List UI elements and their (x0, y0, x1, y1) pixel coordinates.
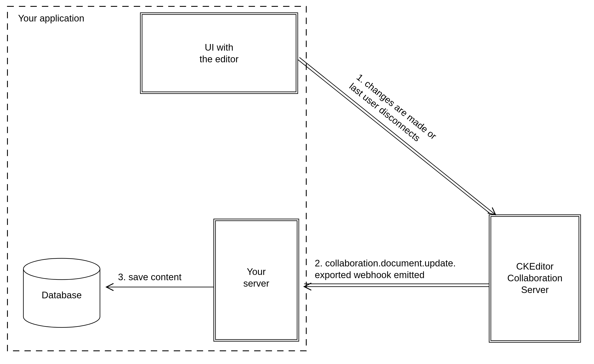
step2-label: 2. collaboration.document.update. export… (315, 257, 456, 281)
architecture-diagram: Your application UI with the editor Your… (0, 0, 594, 364)
your-server-label: Your server (214, 266, 299, 289)
database-label: Database (23, 289, 100, 301)
svg-point-6 (23, 258, 100, 280)
ui-editor-label: UI with the editor (140, 41, 298, 65)
ckeditor-server-label: CKEditor Collaboration Server (489, 260, 580, 296)
arrow-step2 (304, 284, 489, 287)
svg-line-8 (299, 57, 496, 215)
arrow-step1 (298, 57, 496, 215)
your-application-label: Your application (18, 12, 84, 24)
svg-line-7 (298, 60, 490, 214)
step3-label: 3. save content (118, 271, 182, 283)
